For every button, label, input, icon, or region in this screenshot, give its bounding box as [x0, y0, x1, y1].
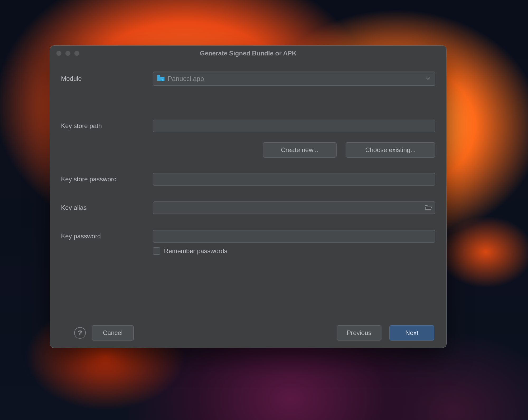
- keystore-password-input[interactable]: [153, 173, 435, 186]
- generate-signed-bundle-dialog: Generate Signed Bundle or APK Module Pan…: [50, 45, 447, 348]
- chevron-down-icon: [426, 76, 430, 81]
- close-window-button[interactable]: [56, 51, 62, 56]
- browse-alias-folder-icon[interactable]: [425, 205, 432, 211]
- module-label: Module: [61, 75, 153, 82]
- keystore-path-input[interactable]: [153, 120, 435, 132]
- dialog-body: Module Panucci.app: [50, 61, 446, 255]
- previous-button[interactable]: Previous: [337, 325, 381, 341]
- module-row: Module Panucci.app: [61, 72, 435, 86]
- key-alias-label: Key alias: [61, 204, 153, 211]
- key-password-label: Key password: [61, 233, 153, 240]
- help-button[interactable]: ?: [74, 327, 86, 339]
- module-value: Panucci.app: [168, 75, 204, 83]
- key-password-row: Key password: [61, 230, 435, 243]
- create-new-button[interactable]: Create new...: [263, 142, 337, 158]
- choose-existing-button[interactable]: Choose existing...: [346, 142, 435, 158]
- key-alias-input[interactable]: [153, 201, 435, 214]
- keystore-buttons-row: Create new... Choose existing...: [153, 142, 435, 158]
- cancel-button[interactable]: Cancel: [92, 325, 134, 341]
- keystore-password-label: Key store password: [61, 176, 153, 183]
- minimize-window-button[interactable]: [65, 51, 70, 56]
- module-select[interactable]: Panucci.app: [153, 72, 435, 86]
- titlebar: Generate Signed Bundle or APK: [50, 46, 446, 61]
- keystore-password-row: Key store password: [61, 173, 435, 186]
- svg-rect-1: [161, 80, 162, 81]
- module-folder-icon: [157, 75, 164, 82]
- key-password-input[interactable]: [153, 230, 435, 243]
- remember-passwords-checkbox[interactable]: [153, 247, 160, 255]
- next-button[interactable]: Next: [389, 325, 434, 341]
- window-title: Generate Signed Bundle or APK: [50, 50, 446, 57]
- keystore-path-label: Key store path: [61, 122, 153, 130]
- keystore-path-row: Key store path: [61, 120, 435, 132]
- key-alias-row: Key alias: [61, 201, 435, 214]
- dialog-footer: ? Cancel Previous Next: [50, 318, 446, 348]
- window-controls: [56, 51, 79, 56]
- zoom-window-button[interactable]: [74, 51, 79, 56]
- remember-passwords-row: Remember passwords: [153, 247, 435, 255]
- remember-passwords-label: Remember passwords: [164, 247, 227, 255]
